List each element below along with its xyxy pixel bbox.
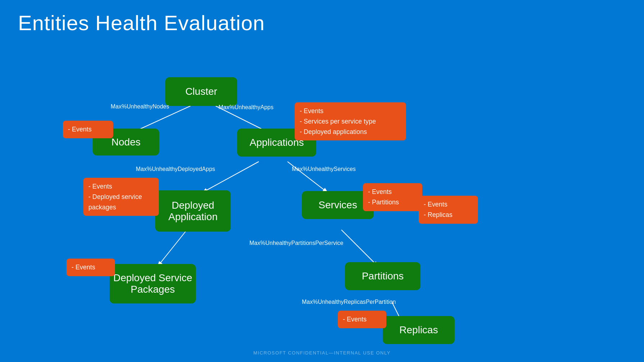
max-unhealthy-deployed-apps-label: Max%UnhealthyDeployedApps [136,166,215,172]
max-unhealthy-replicas-label: Max%UnhealthyReplicasPerPartition [302,299,396,305]
svg-line-6 [341,230,377,266]
svc-event-1: Events [368,187,417,197]
replicas-events-list: Events [343,314,381,325]
cluster-node: Cluster [165,77,237,106]
app-event-1: Events [300,106,401,116]
da-event-2: Deployed service packages [88,192,154,213]
dsp-events-box: Events [66,259,115,276]
cluster-label: Cluster [185,86,217,97]
deployed-app-events-box: Events Deployed service packages [83,178,159,216]
app-event-3: Deployed applications [300,127,401,137]
services-events-list: Events Partitions [368,187,417,208]
dsp-event-1: Events [72,262,110,273]
part-event-1: Events [424,199,473,210]
deployed-application-label: Deployed Application [169,200,218,223]
da-event-1: Events [88,181,154,192]
nodes-event-item: Events [68,124,108,135]
max-unhealthy-nodes-label: Max%UnhealthyNodes [111,103,169,110]
max-unhealthy-services-label: Max%UnhealthyServices [292,166,356,172]
svc-event-2: Partitions [368,197,417,208]
partitions-label: Partitions [362,270,404,282]
part-event-2: Replicas [424,210,473,220]
partitions-events-list: Events Replicas [424,199,473,220]
svg-line-5 [158,230,187,266]
dsp-events-list: Events [72,262,110,273]
partitions-node: Partitions [345,262,420,290]
max-unhealthy-partitions-label: Max%UnhealthyPartitionsPerService [249,240,343,246]
nodes-events-box: Events [63,121,113,138]
deployed-service-packages-node: Deployed Service Packages [110,264,196,303]
applications-events-list: Events Services per service type Deploye… [300,106,401,137]
nodes-events-list: Events [68,124,108,135]
deployed-service-packages-label: Deployed Service Packages [113,272,192,295]
applications-events-box: Events Services per service type Deploye… [295,102,406,140]
rep-event-1: Events [343,314,381,325]
replicas-events-box: Events [338,311,386,328]
services-label: Services [318,199,357,211]
nodes-label: Nodes [111,136,141,148]
app-event-2: Services per service type [300,116,401,127]
replicas-node: Replicas [383,316,455,344]
footer-text: MICROSOFT CONFIDENTIAL—INTERNAL USE ONLY [253,350,391,356]
replicas-label: Replicas [399,324,438,336]
max-unhealthy-apps-label: Max%UnhealthyApps [218,104,273,111]
deployed-app-events-list: Events Deployed service packages [88,181,154,212]
services-events-box: Events Partitions [363,183,422,211]
deployed-application-node: Deployed Application [155,190,231,232]
partitions-events-box: Events Replicas [419,196,478,224]
page-title: Entities Health Evaluation [18,11,265,35]
